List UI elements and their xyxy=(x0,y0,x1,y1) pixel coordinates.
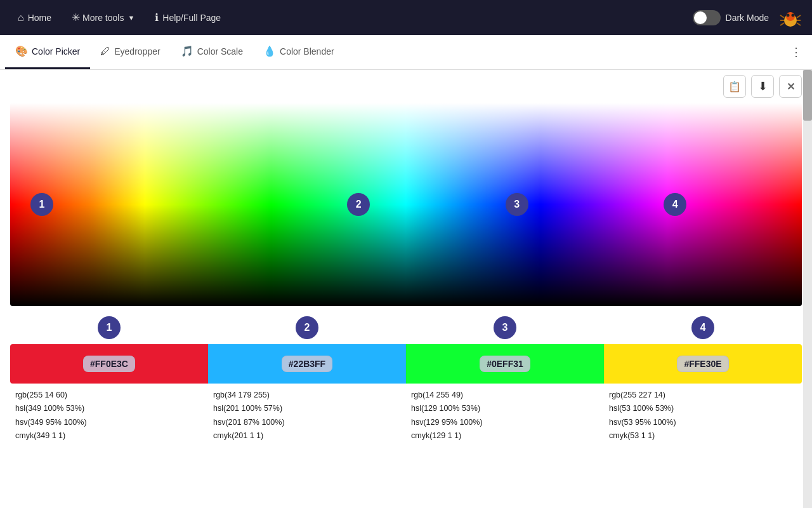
color-2-hsl: hsl(201 100% 57%) xyxy=(213,402,401,415)
dark-mode-label: Dark Mode xyxy=(726,13,769,23)
dropdown-chevron-icon: ▼ xyxy=(128,14,134,22)
main-container: 🎨 Color Picker 🖊 Eyedropper 🎵 Color Scal… xyxy=(0,35,812,508)
tab-eyedropper[interactable]: 🖊 Eyedropper xyxy=(90,35,170,69)
swatch-1-hex: #FF0E3C xyxy=(83,356,135,372)
info-icon: ℹ xyxy=(155,11,159,23)
swatch-badge-1: 1 xyxy=(98,316,121,339)
swatch-badge-4: 4 xyxy=(691,316,714,339)
color-picker-tab-icon: 🎨 xyxy=(15,45,28,57)
color-2-cmyk: cmyk(201 1 1) xyxy=(213,429,401,443)
help-label: Help/Full Page xyxy=(162,13,221,23)
swatch-4-hex: #FFE30E xyxy=(677,356,728,372)
color-point-4[interactable]: 4 xyxy=(664,193,686,216)
help-nav-item[interactable]: ℹ Help/Full Page xyxy=(147,8,228,27)
clipboard-button[interactable]: 📋 xyxy=(723,75,746,98)
color-info-1: rgb(255 14 60) hsl(349 100% 53%) hsv(349… xyxy=(10,389,208,443)
dark-mode-toggle[interactable] xyxy=(693,10,721,25)
color-1-cmyk: cmyk(349 1 1) xyxy=(15,429,203,443)
swatch-2-hex: #22B3FF xyxy=(282,356,332,372)
home-icon: ⌂ xyxy=(18,12,24,23)
top-nav-bar: ⌂ Home ✳ More tools ▼ ℹ Help/Full Page D… xyxy=(0,0,812,35)
swatch-3-hex: #0EFF31 xyxy=(480,356,530,372)
close-button[interactable]: ✕ xyxy=(779,75,802,98)
color-1-hsl: hsl(349 100% 53%) xyxy=(15,402,203,415)
more-tools-nav-item[interactable]: ✳ More tools ▼ xyxy=(64,8,142,27)
color-blender-tab-icon: 💧 xyxy=(263,45,276,57)
color-info-4: rgb(255 227 14) hsl(53 100% 53%) hsv(53 … xyxy=(604,389,802,443)
clipboard-icon: 📋 xyxy=(728,81,741,93)
color-info-row: rgb(255 14 60) hsl(349 100% 53%) hsv(349… xyxy=(10,389,802,443)
color-picker-tab-label: Color Picker xyxy=(32,46,80,57)
scrollbar-thumb[interactable] xyxy=(803,70,812,121)
swatch-number-2-container: 2 xyxy=(208,316,406,339)
swatches-row: #FF0E3C #22B3FF #0EFF31 #FFE30E xyxy=(10,344,802,384)
color-3-hsv: hsv(129 95% 100%) xyxy=(411,416,599,429)
scrollbar[interactable] xyxy=(803,70,812,508)
swatch-numbers-row: 1 2 3 4 xyxy=(10,316,802,339)
color-4-hsl: hsl(53 100% 53%) xyxy=(609,402,797,415)
color-info-3: rgb(14 255 49) hsl(129 100% 53%) hsv(129… xyxy=(406,389,604,443)
tab-color-scale[interactable]: 🎵 Color Scale xyxy=(171,35,253,69)
svg-line-4 xyxy=(780,15,784,18)
swatch-badge-2: 2 xyxy=(296,316,318,339)
swatch-number-3-container: 3 xyxy=(406,316,604,339)
color-2-hsv: hsv(201 87% 100%) xyxy=(213,416,401,429)
color-3-rgb: rgb(14 255 49) xyxy=(411,389,599,402)
color-picker-canvas-container[interactable]: 1 2 3 4 xyxy=(10,103,802,306)
tab-bar: 🎨 Color Picker 🖊 Eyedropper 🎵 Color Scal… xyxy=(0,35,812,70)
asterisk-icon: ✳ xyxy=(72,11,80,23)
swatch-3[interactable]: #0EFF31 xyxy=(406,344,604,384)
home-label: Home xyxy=(28,13,51,23)
svg-line-7 xyxy=(797,15,801,18)
svg-line-9 xyxy=(797,23,801,25)
color-4-rgb: rgb(255 227 14) xyxy=(609,389,797,402)
swatch-4[interactable]: #FFE30E xyxy=(604,344,802,384)
download-icon: ⬇ xyxy=(758,79,768,93)
swatch-number-1-container: 1 xyxy=(10,316,208,339)
dark-mode-section: Dark Mode xyxy=(693,6,802,29)
toolbar-row: 📋 ⬇ ✕ xyxy=(0,70,812,103)
home-nav-item[interactable]: ⌂ Home xyxy=(10,8,59,27)
svg-line-6 xyxy=(780,23,784,25)
more-tools-label: More tools xyxy=(82,13,124,23)
tab-color-picker[interactable]: 🎨 Color Picker xyxy=(5,35,90,69)
svg-point-2 xyxy=(787,13,790,17)
color-4-hsv: hsv(53 95% 100%) xyxy=(609,416,797,429)
swatch-badge-3: 3 xyxy=(494,316,516,339)
color-4-cmyk: cmyk(53 1 1) xyxy=(609,429,797,443)
color-3-hsl: hsl(129 100% 53%) xyxy=(411,402,599,415)
color-point-1[interactable]: 1 xyxy=(30,193,53,216)
color-scale-tab-label: Color Scale xyxy=(197,46,243,57)
eyedropper-tab-icon: 🖊 xyxy=(100,46,110,57)
swatch-2[interactable]: #22B3FF xyxy=(208,344,406,384)
color-point-3[interactable]: 3 xyxy=(506,193,528,216)
color-point-2[interactable]: 2 xyxy=(347,193,370,216)
color-3-cmyk: cmyk(129 1 1) xyxy=(411,429,599,443)
color-info-2: rgb(34 179 255) hsl(201 100% 57%) hsv(20… xyxy=(208,389,406,443)
swatch-1[interactable]: #FF0E3C xyxy=(10,344,208,384)
bug-mascot-icon xyxy=(779,6,802,29)
svg-point-3 xyxy=(792,13,795,17)
swatches-section: 1 2 3 4 #FF0E3C #22B3FF #0EFF31 xyxy=(10,316,802,443)
download-button[interactable]: ⬇ xyxy=(751,75,774,98)
tab-more-button[interactable]: ⋮ xyxy=(785,40,807,64)
color-2-rgb: rgb(34 179 255) xyxy=(213,389,401,402)
tab-color-blender[interactable]: 💧 Color Blender xyxy=(253,35,344,69)
color-blender-tab-label: Color Blender xyxy=(280,46,334,57)
swatch-number-4-container: 4 xyxy=(604,316,802,339)
color-1-rgb: rgb(255 14 60) xyxy=(15,389,203,402)
color-1-hsv: hsv(349 95% 100%) xyxy=(15,416,203,429)
color-scale-tab-icon: 🎵 xyxy=(181,45,193,57)
eyedropper-tab-label: Eyedropper xyxy=(114,46,160,57)
close-icon: ✕ xyxy=(787,81,795,93)
